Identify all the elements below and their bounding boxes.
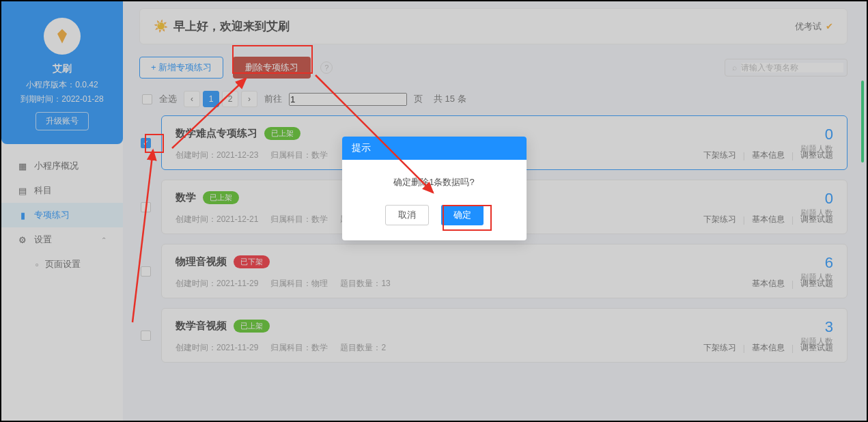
dialog-title: 提示 bbox=[342, 137, 527, 160]
dialog-footer: 取消 确定 bbox=[342, 199, 527, 240]
modal-overlay: 提示 确定删除1条数据吗? 取消 确定 bbox=[1, 1, 867, 421]
dialog-ok-button[interactable]: 确定 bbox=[441, 205, 484, 225]
dialog-message: 确定删除1条数据吗? bbox=[342, 160, 527, 199]
dialog-cancel-button[interactable]: 取消 bbox=[385, 205, 429, 225]
confirm-dialog: 提示 确定删除1条数据吗? 取消 确定 bbox=[342, 137, 527, 240]
